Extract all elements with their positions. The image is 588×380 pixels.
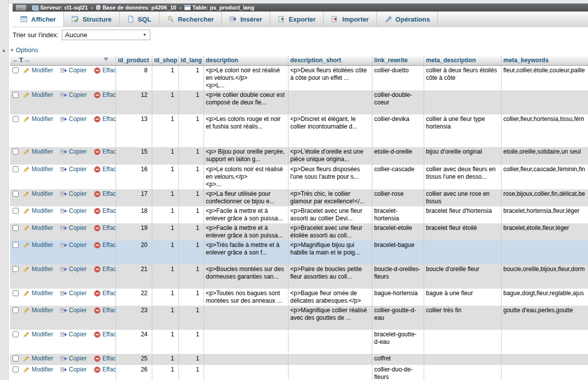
cell-meta-keywords[interactable]: rose,bijoux,collier,fin,délicat,be <box>501 189 588 206</box>
edit-link[interactable]: Modifier <box>23 67 53 74</box>
cell-meta-description[interactable] <box>424 240 501 265</box>
cell-meta-description[interactable] <box>424 330 501 354</box>
cell-description[interactable]: <p>le collier double coeur est composé d… <box>204 90 288 114</box>
cell-description-short[interactable]: <p>Bracelet avec une fleur assorti au co… <box>288 206 372 223</box>
row-checkbox[interactable] <box>13 67 19 73</box>
row-checkbox[interactable] <box>13 355 19 361</box>
cell-id-product[interactable]: 17 <box>116 189 152 206</box>
cell-description-short[interactable]: <p>Paire de boucles petite fleur assorti… <box>288 265 372 289</box>
cell-description[interactable] <box>204 365 288 380</box>
copy-link[interactable]: Copier <box>60 67 86 74</box>
cell-meta-keywords[interactable] <box>501 354 588 365</box>
cell-id-shop[interactable]: 1 <box>152 206 178 223</box>
column-header-description-short[interactable]: description_short <box>288 55 372 65</box>
breadcrumb-database-link[interactable]: Base de données: p4206_10 <box>96 5 176 11</box>
cell-description[interactable]: <p>Très facile à mettre et à enlever grâ… <box>204 240 288 265</box>
column-header-link-rewrite[interactable]: link_rewrite <box>372 55 424 65</box>
cell-description[interactable] <box>204 306 288 330</box>
cell-id-shop[interactable]: 1 <box>152 147 178 165</box>
cell-id-product[interactable]: 23 <box>116 306 152 330</box>
cell-description[interactable]: <p>Les coloris rouge et noir et fushia s… <box>204 114 288 147</box>
cell-meta-description[interactable]: boucle d'oreille fleur <box>424 265 501 289</box>
cell-meta-description[interactable]: collier avec deux fleurs en tissus l'une… <box>424 165 501 189</box>
cell-id-shop[interactable]: 1 <box>152 223 178 240</box>
cell-id-product[interactable]: 24 <box>116 330 152 354</box>
cell-description[interactable]: <p> Bijou pour oreille perçée, support e… <box>204 147 288 165</box>
cell-description[interactable] <box>204 354 288 365</box>
edit-link[interactable]: Modifier <box>23 207 53 215</box>
edit-link[interactable]: Modifier <box>23 115 53 123</box>
edit-link[interactable]: Modifier <box>23 91 53 99</box>
edit-link[interactable]: Modifier <box>23 224 53 232</box>
cell-meta-keywords[interactable]: bracelet,étoile,fleur,léger <box>501 223 588 240</box>
row-checkbox[interactable] <box>13 116 19 122</box>
row-checkbox[interactable] <box>13 92 19 98</box>
tab-sql[interactable]: SQL <box>120 12 159 27</box>
cell-link-rewrite[interactable]: bracelet-goutte-d-eau <box>372 330 424 354</box>
delete-link[interactable]: Effacer <box>94 331 116 338</box>
cell-id-product[interactable]: 12 <box>116 90 152 114</box>
cell-id-shop[interactable]: 1 <box>152 330 178 354</box>
cell-meta-keywords[interactable]: collier,fleur,cascade,féminin,fin <box>501 165 588 189</box>
edit-link[interactable]: Modifier <box>23 241 53 249</box>
cell-meta-description[interactable] <box>424 365 501 380</box>
cell-meta-keywords[interactable]: collier,fleur,hortensia,tissu,fém <box>501 114 588 147</box>
cell-link-rewrite[interactable]: coffret <box>372 354 424 365</box>
cell-id-product[interactable]: 15 <box>116 147 152 165</box>
column-header-description[interactable]: description <box>204 55 288 65</box>
cell-description-short[interactable]: <p>Deux fleurs étoilées côte à côte pour… <box>288 65 372 90</box>
copy-link[interactable]: Copier <box>60 115 86 123</box>
cell-meta-keywords[interactable]: etoile,oreille,solidaire,un seul <box>501 147 588 165</box>
cell-meta-description[interactable]: collier très fin <box>424 306 501 330</box>
cell-id-product[interactable]: 8 <box>116 65 152 90</box>
cell-id-product[interactable]: 26 <box>116 365 152 380</box>
copy-link[interactable]: Copier <box>60 166 86 173</box>
cell-meta-description[interactable]: collier avec une rose en tissus <box>424 189 501 206</box>
cell-id-lang[interactable]: 1 <box>178 223 204 240</box>
row-checkbox[interactable] <box>13 331 19 337</box>
cell-description-short[interactable]: <p>Magnifique collier réalisé avec des g… <box>288 306 372 330</box>
cell-id-lang[interactable]: 1 <box>178 240 204 265</box>
cell-id-product[interactable]: 21 <box>116 265 152 289</box>
cell-meta-description[interactable]: collier à deux fleurs étoilés côte à côt… <box>424 65 501 90</box>
cell-id-shop[interactable]: 1 <box>152 240 178 265</box>
cell-description-short[interactable]: <p>Discret et élégant, le collier incont… <box>288 114 372 147</box>
tab-exporter[interactable]: Exporter <box>270 12 324 27</box>
cell-description[interactable]: <p>Le colori noir est réalisé en velours… <box>204 65 288 90</box>
cell-description-short[interactable] <box>288 365 372 380</box>
cell-id-lang[interactable]: 1 <box>178 189 204 206</box>
row-checkbox[interactable] <box>13 307 19 313</box>
cell-link-rewrite[interactable]: boucle-d-oreilles-fleurs <box>372 265 424 289</box>
tab-operations[interactable]: Opérations <box>377 12 438 27</box>
cell-description-short[interactable]: <p>Bracelet avec une fleur étoilée assor… <box>288 223 372 240</box>
row-checkbox[interactable] <box>13 290 19 296</box>
delete-link[interactable]: Effacer <box>94 91 116 99</box>
copy-link[interactable]: Copier <box>60 355 86 362</box>
column-header-id-lang[interactable]: id_lang <box>178 55 204 65</box>
column-header-meta-description[interactable]: meta_description <box>424 55 501 65</box>
cell-id-lang[interactable]: 1 <box>178 306 204 330</box>
cell-link-rewrite[interactable]: collier-double-coeur <box>372 90 424 114</box>
row-checkbox[interactable] <box>13 208 19 214</box>
edit-link[interactable]: Modifier <box>23 190 53 198</box>
check-all-arrows-label[interactable]: ←T→ <box>12 56 31 64</box>
copy-link[interactable]: Copier <box>60 148 86 156</box>
cell-id-lang[interactable]: 1 <box>178 114 204 147</box>
cell-description[interactable]: <p>Toutes nos bagues sont montées sur de… <box>204 289 288 306</box>
delete-link[interactable]: Effacer <box>94 290 116 297</box>
breadcrumb-server-link[interactable]: Serveur: cl1-sql21 <box>32 5 88 11</box>
cell-id-product[interactable]: 13 <box>116 114 152 147</box>
cell-meta-keywords[interactable] <box>501 240 588 265</box>
delete-link[interactable]: Effacer <box>94 115 116 123</box>
cell-link-rewrite[interactable]: bague-hortensia <box>372 289 424 306</box>
cell-description-short[interactable]: <p>L'étoile d'oreille est une pièce uniq… <box>288 147 372 165</box>
cell-link-rewrite[interactable]: bracelet-bague <box>372 240 424 265</box>
row-checkbox[interactable] <box>13 266 19 272</box>
cell-link-rewrite[interactable]: collier-devika <box>372 114 424 147</box>
tab-afficher[interactable]: Afficher <box>13 12 64 27</box>
sort-index-select[interactable]: Aucune ▼ <box>62 30 150 40</box>
cell-id-lang[interactable]: 1 <box>178 365 204 380</box>
cell-id-lang[interactable]: 1 <box>178 165 204 189</box>
tab-importer[interactable]: Importer <box>324 12 377 27</box>
cell-id-product[interactable]: 18 <box>116 206 152 223</box>
